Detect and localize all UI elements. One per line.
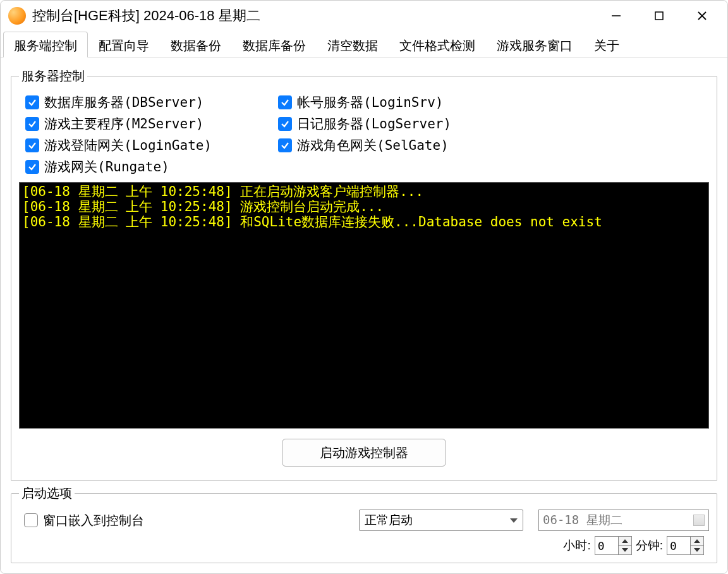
check-loginsrv: 帐号服务器(LoginSrv) <box>278 94 451 111</box>
calendar-icon <box>693 515 705 526</box>
check-logserver: 日记服务器(LogServer) <box>278 115 451 133</box>
tab-clear-data[interactable]: 清空数据 <box>317 32 389 58</box>
label-embed: 窗口嵌入到控制台 <box>43 512 144 529</box>
date-picker[interactable]: 06-18 星期二 <box>538 510 709 531</box>
startup-legend: 启动选项 <box>19 485 75 502</box>
check-icon <box>28 162 37 171</box>
titlebar: 控制台[HGE科技] 2024-06-18 星期二 <box>1 1 727 31</box>
check-icon <box>281 141 289 150</box>
checkbox-logserver[interactable] <box>278 117 292 131</box>
checkbox-loginsrv[interactable] <box>278 95 292 109</box>
date-value: 06-18 星期二 <box>543 512 622 528</box>
checkbox-rungate[interactable] <box>25 160 39 174</box>
chevron-down-icon <box>510 518 518 523</box>
svg-rect-1 <box>655 12 663 20</box>
window-controls <box>604 3 720 28</box>
main-button-row: 启动游戏控制器 <box>19 429 709 473</box>
triangle-up-icon <box>622 539 628 543</box>
server-control-legend: 服务器控制 <box>19 68 87 85</box>
check-icon <box>281 98 289 107</box>
check-col-right: 帐号服务器(LoginSrv) 日记服务器(LogServer) 游戏角色网关(… <box>278 94 451 176</box>
label-m2server: 游戏主要程序(M2Server) <box>44 115 203 133</box>
hour-spin-btns <box>618 537 631 554</box>
check-selgate: 游戏角色网关(SelGate) <box>278 137 451 154</box>
tab-server-control[interactable]: 服务端控制 <box>3 32 88 58</box>
maximize-button[interactable] <box>646 3 672 28</box>
hour-spinner[interactable] <box>595 536 632 555</box>
close-button[interactable] <box>689 3 715 28</box>
maximize-icon <box>654 11 664 21</box>
check-col-left: 数据库服务器(DBServer) 游戏主要程序(M2Server) 游戏登陆网关… <box>25 94 278 176</box>
check-icon <box>281 119 289 128</box>
check-logingate: 游戏登陆网关(LoginGate) <box>25 137 278 154</box>
tab-bar: 服务端控制 配置向导 数据备份 数据库备份 清空数据 文件格式检测 游戏服务窗口… <box>1 31 727 58</box>
tab-game-service[interactable]: 游戏服务窗口 <box>486 32 583 58</box>
checkbox-m2server[interactable] <box>25 117 39 131</box>
label-dbserver: 数据库服务器(DBServer) <box>44 94 203 111</box>
minute-label: 分钟: <box>636 537 663 554</box>
close-icon <box>696 10 708 21</box>
startup-mode-select[interactable]: 正常启动 <box>359 510 523 531</box>
hour-input[interactable] <box>595 539 618 553</box>
label-selgate: 游戏角色网关(SelGate) <box>297 137 449 154</box>
log-output[interactable]: [06-18 星期二 上午 10:25:48] 正在启动游戏客户端控制器... … <box>19 182 709 429</box>
minute-spinner[interactable] <box>667 536 704 555</box>
app-window: 控制台[HGE科技] 2024-06-18 星期二 服务端控制 配置向导 数据备… <box>0 0 728 574</box>
server-checkbox-grid: 数据库服务器(DBServer) 游戏主要程序(M2Server) 游戏登陆网关… <box>19 90 709 180</box>
triangle-up-icon <box>694 539 700 543</box>
check-icon <box>28 119 37 128</box>
tab-data-backup[interactable]: 数据备份 <box>160 32 232 58</box>
content-area: 服务器控制 数据库服务器(DBServer) 游戏主要程序(M2Server) … <box>1 58 727 573</box>
check-m2server: 游戏主要程序(M2Server) <box>25 115 278 133</box>
tab-file-format[interactable]: 文件格式检测 <box>389 32 486 58</box>
startup-options-group: 启动选项 窗口嵌入到控制台 正常启动 06-18 星期二 小时: <box>11 485 717 563</box>
tab-config-wizard[interactable]: 配置向导 <box>88 32 160 58</box>
log-line-2: [06-18 星期二 上午 10:25:48] 和SQLite数据库连接失败..… <box>22 214 602 229</box>
checkbox-dbserver[interactable] <box>25 95 39 109</box>
label-logserver: 日记服务器(LogServer) <box>297 115 451 133</box>
minute-up-button[interactable] <box>691 537 703 546</box>
hour-label: 小时: <box>563 537 590 554</box>
log-line-1: [06-18 星期二 上午 10:25:48] 游戏控制台启动完成... <box>22 199 384 214</box>
log-line-0: [06-18 星期二 上午 10:25:48] 正在启动游戏客户端控制器... <box>22 184 423 199</box>
minute-down-button[interactable] <box>691 546 703 554</box>
checkbox-selgate[interactable] <box>278 138 292 152</box>
embed-option: 窗口嵌入到控制台 <box>24 512 354 529</box>
minimize-icon <box>610 10 622 21</box>
triangle-down-icon <box>622 548 628 552</box>
check-rungate: 游戏网关(Rungate) <box>25 158 278 176</box>
hour-up-button[interactable] <box>619 537 631 546</box>
checkbox-logingate[interactable] <box>25 138 39 152</box>
server-control-group: 服务器控制 数据库服务器(DBServer) 游戏主要程序(M2Server) … <box>11 68 717 481</box>
checkbox-embed[interactable] <box>24 513 38 527</box>
label-loginsrv: 帐号服务器(LoginSrv) <box>297 94 443 111</box>
check-icon <box>28 98 37 107</box>
check-dbserver: 数据库服务器(DBServer) <box>25 94 278 111</box>
label-rungate: 游戏网关(Rungate) <box>44 158 169 176</box>
hour-down-button[interactable] <box>619 546 631 554</box>
start-controller-button[interactable]: 启动游戏控制器 <box>282 439 446 467</box>
time-row: 小时: 分钟: <box>19 531 709 555</box>
minute-spin-btns <box>690 537 703 554</box>
triangle-down-icon <box>694 548 700 552</box>
tab-db-backup[interactable]: 数据库备份 <box>232 32 317 58</box>
tab-about[interactable]: 关于 <box>583 32 630 58</box>
label-logingate: 游戏登陆网关(LoginGate) <box>44 137 212 154</box>
startup-mode-value: 正常启动 <box>365 512 413 528</box>
window-title: 控制台[HGE科技] 2024-06-18 星期二 <box>32 6 604 25</box>
minute-input[interactable] <box>667 539 690 553</box>
check-icon <box>28 141 37 150</box>
startup-row: 窗口嵌入到控制台 正常启动 06-18 星期二 <box>19 507 709 531</box>
minimize-button[interactable] <box>604 3 629 28</box>
app-icon <box>8 7 26 25</box>
